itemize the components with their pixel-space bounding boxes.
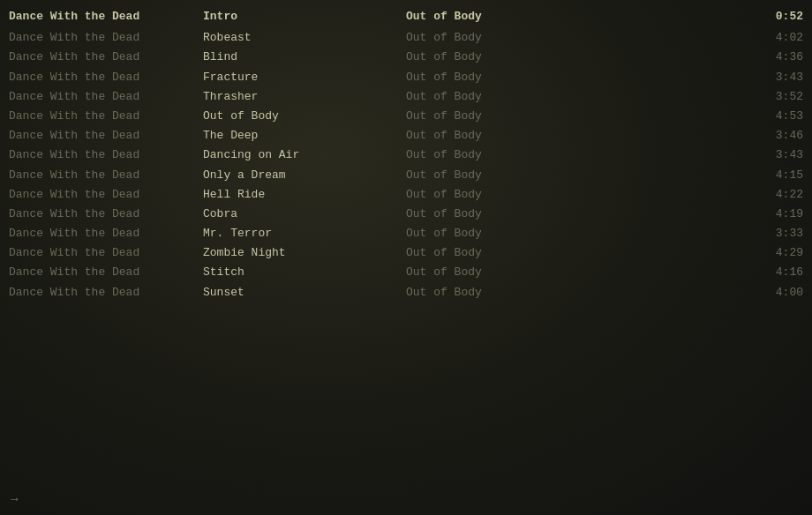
table-row[interactable]: Dance With the DeadCobraOut of Body4:19 — [0, 205, 812, 224]
track-album: Out of Body — [406, 147, 583, 163]
track-duration: 3:52 — [583, 89, 803, 105]
table-row[interactable]: Dance With the DeadFractureOut of Body3:… — [0, 68, 812, 87]
track-title: Stitch — [203, 265, 406, 280]
header-title: Intro — [203, 9, 406, 25]
track-album: Out of Body — [406, 187, 583, 203]
table-header: Dance With the Dead Intro Out of Body 0:… — [0, 7, 812, 26]
track-title: Robeast — [203, 30, 406, 46]
track-album: Out of Body — [406, 70, 583, 86]
track-album: Out of Body — [406, 206, 583, 222]
track-duration: 3:33 — [583, 226, 803, 242]
track-artist: Dance With the Dead — [9, 265, 203, 280]
table-row[interactable]: Dance With the DeadHell RideOut of Body4… — [0, 185, 812, 205]
table-row[interactable]: Dance With the DeadSunsetOut of Body4:00 — [0, 283, 812, 302]
track-artist: Dance With the Dead — [9, 245, 203, 261]
header-album: Out of Body — [406, 9, 583, 25]
table-row[interactable]: Dance With the DeadRobeastOut of Body4:0… — [0, 28, 812, 48]
track-album: Out of Body — [406, 245, 583, 261]
track-album: Out of Body — [406, 285, 583, 301]
track-album: Out of Body — [406, 168, 583, 183]
table-row[interactable]: Dance With the DeadMr. TerrorOut of Body… — [0, 224, 812, 243]
track-album: Out of Body — [406, 265, 583, 280]
track-duration: 4:19 — [583, 206, 803, 222]
track-album: Out of Body — [406, 108, 583, 124]
table-row[interactable]: Dance With the DeadThrasherOut of Body3:… — [0, 87, 812, 107]
track-album: Out of Body — [406, 89, 583, 105]
table-row[interactable]: Dance With the DeadOut of BodyOut of Bod… — [0, 107, 812, 126]
track-duration: 4:15 — [583, 168, 803, 183]
track-artist: Dance With the Dead — [9, 147, 203, 163]
track-artist: Dance With the Dead — [9, 70, 203, 86]
track-duration: 4:02 — [583, 30, 803, 46]
table-row[interactable]: Dance With the DeadDancing on AirOut of … — [0, 146, 812, 165]
track-duration: 4:22 — [583, 187, 803, 203]
track-title: The Deep — [203, 128, 406, 144]
track-artist: Dance With the Dead — [9, 187, 203, 203]
track-duration: 4:36 — [583, 49, 803, 65]
track-title: Only a Dream — [203, 168, 406, 183]
table-row[interactable]: Dance With the DeadStitchOut of Body4:16 — [0, 263, 812, 282]
track-duration: 4:53 — [583, 108, 803, 124]
track-artist: Dance With the Dead — [9, 206, 203, 222]
track-title: Out of Body — [203, 108, 406, 124]
track-title: Blind — [203, 49, 406, 65]
track-title: Cobra — [203, 206, 406, 222]
track-duration: 4:29 — [583, 245, 803, 261]
table-row[interactable]: Dance With the DeadOnly a DreamOut of Bo… — [0, 166, 812, 185]
track-album: Out of Body — [406, 226, 583, 242]
track-duration: 3:43 — [583, 147, 803, 163]
track-artist: Dance With the Dead — [9, 128, 203, 144]
header-artist: Dance With the Dead — [9, 9, 203, 25]
track-artist: Dance With the Dead — [9, 285, 203, 301]
track-album: Out of Body — [406, 49, 583, 65]
track-duration: 4:00 — [583, 285, 803, 301]
track-title: Hell Ride — [203, 187, 406, 203]
track-album: Out of Body — [406, 128, 583, 144]
table-row[interactable]: Dance With the DeadZombie NightOut of Bo… — [0, 243, 812, 263]
track-title: Sunset — [203, 285, 406, 301]
track-album: Out of Body — [406, 30, 583, 46]
bottom-arrow: → — [11, 492, 18, 506]
header-duration: 0:52 — [583, 9, 803, 25]
track-title: Zombie Night — [203, 245, 406, 261]
track-duration: 3:43 — [583, 70, 803, 86]
track-title: Dancing on Air — [203, 147, 406, 163]
track-list: Dance With the Dead Intro Out of Body 0:… — [0, 0, 812, 310]
track-artist: Dance With the Dead — [9, 108, 203, 124]
track-artist: Dance With the Dead — [9, 89, 203, 105]
table-row[interactable]: Dance With the DeadThe DeepOut of Body3:… — [0, 126, 812, 146]
track-artist: Dance With the Dead — [9, 168, 203, 183]
track-title: Mr. Terror — [203, 226, 406, 242]
table-row[interactable]: Dance With the DeadBlindOut of Body4:36 — [0, 48, 812, 67]
track-duration: 4:16 — [583, 265, 803, 280]
track-artist: Dance With the Dead — [9, 49, 203, 65]
track-title: Fracture — [203, 70, 406, 86]
track-title: Thrasher — [203, 89, 406, 105]
track-duration: 3:46 — [583, 128, 803, 144]
track-artist: Dance With the Dead — [9, 226, 203, 242]
track-artist: Dance With the Dead — [9, 30, 203, 46]
